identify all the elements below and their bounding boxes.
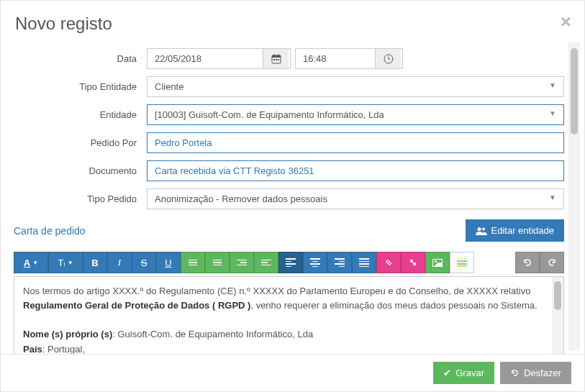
undo-icon [510, 368, 520, 378]
entidade-select[interactable]: [10003] Guisoft-Com. de Equipamento Info… [147, 104, 564, 125]
entidade-value: [10003] Guisoft-Com. de Equipamento Info… [148, 105, 542, 124]
unlink-button[interactable] [401, 252, 425, 273]
carta-pedido-link[interactable]: Carta de pedido [14, 225, 86, 237]
documento-input[interactable] [148, 161, 563, 181]
pais-value: : Portugal, [42, 344, 85, 354]
nome-value: : Guisoft-Com. de Equipamento Informátic… [112, 329, 313, 339]
align-justify-button[interactable] [352, 252, 376, 273]
editor-text: , venho requerer a eliminação dos meus d… [250, 300, 537, 311]
indent-button[interactable] [254, 252, 278, 273]
strike-button[interactable]: S [132, 252, 156, 273]
check-icon: ✔ [443, 368, 451, 378]
pais-label: País [23, 344, 42, 354]
desfazer-label: Desfazer [524, 368, 561, 378]
editar-entidade-button[interactable]: Editar entidade [466, 219, 564, 242]
svg-point-9 [482, 227, 485, 230]
editar-entidade-label: Editar entidade [491, 225, 554, 236]
font-size-button[interactable]: TI▼ [48, 252, 83, 273]
image-button[interactable] [425, 252, 450, 273]
tipo-pedido-value: Anonimização - Remover dados pessoais [148, 189, 542, 209]
bold-button[interactable]: B [83, 252, 107, 273]
tipo-entidade-select[interactable]: Cliente ▼ [147, 76, 564, 97]
label-tipo-pedido: Tipo Pedido [14, 193, 147, 204]
svg-rect-3 [278, 54, 279, 56]
list-ol-button[interactable] [205, 252, 230, 273]
svg-rect-4 [273, 59, 275, 60]
clock-icon[interactable] [375, 49, 401, 68]
editor-text: Nos termos do artigo XXXX.º do Regulamen… [23, 286, 530, 296]
chevron-down-icon: ▼ [542, 77, 563, 96]
align-left-button[interactable] [278, 252, 303, 273]
gravar-label: Gravar [455, 368, 484, 378]
editor-toolbar: A▼ TI▼ B I S U [14, 252, 564, 273]
font-color-button[interactable]: A▼ [14, 252, 48, 273]
label-documento: Documento [14, 165, 147, 176]
calendar-icon[interactable] [263, 49, 289, 68]
svg-rect-5 [276, 59, 277, 60]
list-ul-button[interactable] [181, 252, 205, 273]
tipo-entidade-value: Cliente [148, 77, 542, 96]
redo-button[interactable] [540, 252, 564, 273]
date-input[interactable] [148, 49, 263, 68]
modal-title: Novo registo [15, 14, 570, 34]
label-tipo-entidade: Tipo Entidade [14, 81, 147, 92]
editor-text-bold: Regulamento Geral de Proteção de Dados (… [23, 300, 250, 311]
editor-scrollbar[interactable] [552, 277, 563, 354]
editor-content[interactable]: Nos termos do artigo XXXX.º do Regulamen… [14, 277, 552, 354]
nome-label: Nome (s) próprio (s) [23, 329, 112, 339]
align-right-button[interactable] [327, 252, 352, 273]
svg-rect-2 [273, 54, 275, 56]
desfazer-button[interactable]: Desfazer [500, 362, 571, 384]
link-button[interactable] [376, 252, 401, 273]
time-input[interactable] [296, 49, 375, 68]
label-entidade: Entidade [14, 109, 147, 120]
modal-scrollbar[interactable] [568, 42, 580, 351]
align-center-button[interactable] [303, 252, 327, 273]
outdent-button[interactable] [230, 252, 254, 273]
chevron-down-icon: ▼ [542, 105, 563, 124]
highlight-button[interactable] [450, 252, 474, 273]
svg-point-8 [477, 227, 481, 231]
label-pedido-por: Pedido Por [14, 137, 147, 148]
undo-button[interactable] [515, 252, 540, 273]
pedido-por-input[interactable] [148, 133, 563, 152]
svg-rect-6 [278, 59, 279, 60]
gravar-button[interactable]: ✔ Gravar [433, 362, 494, 384]
chevron-down-icon: ▼ [542, 189, 563, 209]
close-icon[interactable]: × [561, 12, 571, 31]
label-data: Data [14, 53, 147, 64]
tipo-pedido-select[interactable]: Anonimização - Remover dados pessoais ▼ [147, 188, 564, 209]
underline-button[interactable]: U [156, 252, 181, 273]
users-icon [476, 227, 487, 235]
svg-rect-1 [272, 55, 281, 58]
italic-button[interactable]: I [107, 252, 132, 273]
